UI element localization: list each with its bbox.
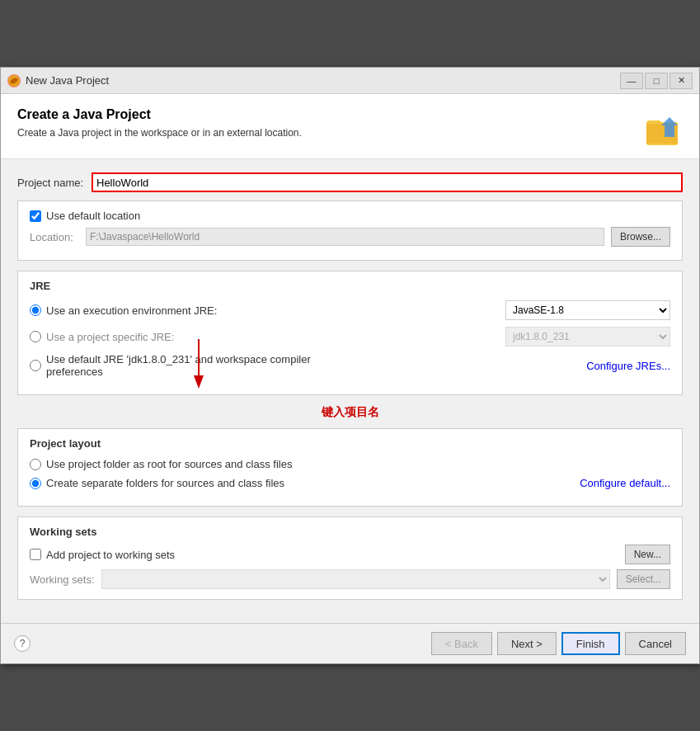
location-input xyxy=(86,228,604,246)
layout-option1-row: Use project folder as root for sources a… xyxy=(30,458,670,470)
jre-default-radio[interactable] xyxy=(30,360,41,371)
project-name-label: Project name: xyxy=(17,177,92,189)
cancel-button[interactable]: Cancel xyxy=(625,632,686,655)
add-to-working-sets-row: Add project to working sets New... xyxy=(30,545,670,564)
eclipse-icon xyxy=(7,74,21,87)
header-text: Create a Java Project Create a Java proj… xyxy=(17,107,302,139)
title-bar-left: New Java Project xyxy=(7,74,109,87)
select-working-set-button[interactable]: Select... xyxy=(617,569,670,589)
jre-section: JRE Use an execution environment JRE: Ja… xyxy=(17,271,683,395)
next-button[interactable]: Next > xyxy=(497,632,557,655)
working-sets-label: Working sets xyxy=(30,526,96,538)
minimize-button[interactable]: — xyxy=(620,73,643,89)
back-button[interactable]: < Back xyxy=(431,632,492,655)
jre-label: JRE xyxy=(30,280,670,292)
default-location-row: Use default location xyxy=(30,210,670,222)
bottom-buttons: < Back Next > Finish Cancel xyxy=(431,632,686,655)
default-location-checkbox[interactable] xyxy=(30,210,41,222)
configure-jres-link[interactable]: Configure JREs... xyxy=(586,360,670,372)
form-section: Project name: Use default location Locat… xyxy=(1,159,699,623)
jre-option1-row: Use an execution environment JRE: JavaSE… xyxy=(30,300,670,320)
project-layout-label: Project layout xyxy=(30,437,670,450)
browse-button[interactable]: Browse... xyxy=(611,227,670,247)
jre-option2-row: Use a project specific JRE: jdk1.8.0_231 xyxy=(30,327,670,347)
dialog-subtitle: Create a Java project in the workspace o… xyxy=(17,127,302,139)
project-layout-section: Project layout Use project folder as roo… xyxy=(17,428,683,507)
jre-project-radio[interactable] xyxy=(30,331,41,342)
layout-folders-label[interactable]: Create separate folders for sources and … xyxy=(46,477,308,489)
window-title: New Java Project xyxy=(26,74,109,87)
working-sets-field-label: Working sets: xyxy=(30,573,95,586)
default-location-label[interactable]: Use default location xyxy=(46,210,140,222)
jre-env-radio[interactable] xyxy=(30,304,41,316)
jre-default-label[interactable]: Use default JRE 'jdk1.8.0_231' and works… xyxy=(46,353,312,378)
new-working-set-button[interactable]: New... xyxy=(625,545,670,564)
working-sets-row: Working sets: Select... xyxy=(30,569,670,589)
layout-root-radio[interactable] xyxy=(30,459,41,470)
add-working-sets-checkbox[interactable] xyxy=(30,549,41,560)
layout-folders-radio[interactable] xyxy=(30,478,41,489)
finish-button[interactable]: Finish xyxy=(561,632,620,655)
add-working-sets-label[interactable]: Add project to working sets xyxy=(46,549,175,561)
configure-default-link[interactable]: Configure default... xyxy=(580,477,670,489)
jre-option3-row: Use default JRE 'jdk1.8.0_231' and works… xyxy=(30,353,670,378)
project-name-input[interactable] xyxy=(92,172,683,192)
dialog-title: Create a Java Project xyxy=(17,107,302,122)
title-bar-controls: — □ ✕ xyxy=(620,73,693,89)
annotation-arrow-svg xyxy=(182,339,215,389)
jre-project-dropdown: jdk1.8.0_231 xyxy=(505,327,670,347)
layout-root-label[interactable]: Use project folder as root for sources a… xyxy=(46,458,670,470)
folder-icon xyxy=(643,107,683,147)
working-sets-dropdown xyxy=(101,569,610,589)
help-button[interactable]: ? xyxy=(14,635,31,652)
location-section: Use default location Location: Browse... xyxy=(17,200,683,261)
working-sets-section: Working sets Add project to working sets… xyxy=(17,516,683,600)
maximize-button[interactable]: □ xyxy=(645,73,668,89)
jre-env-label[interactable]: Use an execution environment JRE: xyxy=(46,304,500,317)
jre-project-label[interactable]: Use a project specific JRE: xyxy=(46,331,500,343)
header-section: Create a Java Project Create a Java proj… xyxy=(1,94,699,159)
location-row: Location: Browse... xyxy=(30,227,670,247)
title-bar: New Java Project — □ ✕ xyxy=(1,68,699,94)
location-label: Location: xyxy=(30,231,79,243)
close-button[interactable]: ✕ xyxy=(669,73,693,89)
bottom-bar: ? < Back Next > Finish Cancel xyxy=(1,623,699,663)
layout-option2-row: Create separate folders for sources and … xyxy=(30,477,670,489)
svg-marker-6 xyxy=(194,375,204,389)
main-window: New Java Project — □ ✕ Create a Java Pro… xyxy=(0,67,700,664)
working-sets-header: Working sets xyxy=(30,526,670,538)
header-section-inner: Create a Java Project Create a Java proj… xyxy=(17,107,683,147)
project-name-row: Project name: xyxy=(17,172,683,192)
annotation-text: 键入项目名 xyxy=(322,405,379,418)
jre-env-dropdown[interactable]: JavaSE-1.8 xyxy=(505,300,670,320)
